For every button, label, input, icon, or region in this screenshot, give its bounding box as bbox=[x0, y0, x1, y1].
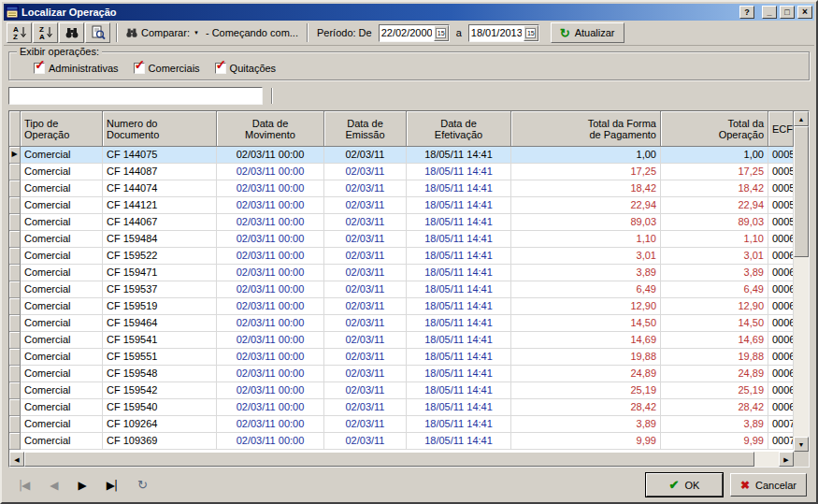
scroll-down-button[interactable]: ▼ bbox=[794, 437, 809, 452]
grid-cell: 02/03/11 00:00 bbox=[217, 147, 324, 164]
grid-cell: 02/03/11 bbox=[324, 315, 407, 332]
column-header[interactable]: ECF bbox=[768, 111, 794, 147]
grid-cell: Comercial bbox=[21, 248, 103, 265]
sort-descending-button[interactable]: Z A bbox=[33, 22, 58, 43]
table-row[interactable]: ComercialCF 15954002/03/11 00:0002/03/11… bbox=[9, 399, 794, 416]
cancel-button[interactable]: ✖ Cancelar bbox=[730, 473, 807, 497]
sort-ascending-button[interactable]: A Z bbox=[7, 22, 32, 43]
grid-cell: 02/03/11 00:00 bbox=[217, 349, 324, 366]
table-row[interactable]: ComercialCF 10936902/03/11 00:0002/03/11… bbox=[9, 433, 794, 450]
vertical-scroll-thumb[interactable] bbox=[794, 126, 809, 257]
find-button[interactable] bbox=[59, 22, 84, 43]
column-header[interactable]: Data de Emissão bbox=[324, 111, 407, 147]
horizontal-scroll-track[interactable] bbox=[754, 452, 779, 467]
grid-cell: 02/03/11 00:00 bbox=[217, 248, 324, 265]
nav-first-button[interactable]: |◀ bbox=[19, 479, 29, 492]
table-row[interactable]: ComercialCF 15953702/03/11 00:0002/03/11… bbox=[9, 281, 794, 298]
scroll-up-button[interactable]: ▲ bbox=[794, 111, 809, 126]
table-row[interactable]: ComercialCF 15954802/03/11 00:0002/03/11… bbox=[9, 366, 794, 382]
table-row[interactable]: ComercialCF 15946402/03/11 00:0002/03/11… bbox=[9, 315, 794, 332]
minimize-button[interactable]: _ bbox=[762, 6, 777, 19]
maximize-button[interactable]: □ bbox=[780, 6, 795, 19]
table-row[interactable]: ComercialCF 15948402/03/11 00:0002/03/11… bbox=[9, 231, 794, 248]
nav-refresh-button[interactable]: ↻ bbox=[137, 478, 148, 492]
column-header[interactable]: Numero do Documento bbox=[103, 111, 217, 147]
table-row[interactable]: ▶ComercialCF 14407502/03/11 00:0002/03/1… bbox=[9, 147, 794, 164]
refresh-icon: ↻ bbox=[560, 27, 570, 39]
row-indicator bbox=[9, 366, 21, 382]
grid-cell: Comercial bbox=[21, 399, 103, 416]
checkbox-quitacoes[interactable]: ✓ Quitações bbox=[215, 63, 277, 74]
column-header[interactable]: Data de Efetivação bbox=[407, 111, 511, 147]
grid-cell: 0007 bbox=[768, 433, 794, 450]
table-row[interactable]: ComercialCF 14407402/03/11 00:0002/03/11… bbox=[9, 180, 794, 197]
checkbox-box[interactable]: ✓ bbox=[134, 63, 145, 74]
nav-last-button[interactable]: ▶| bbox=[107, 479, 117, 492]
vertical-scroll-track[interactable] bbox=[794, 126, 809, 437]
search-input[interactable] bbox=[8, 87, 263, 105]
table-row[interactable]: ComercialCF 14408702/03/11 00:0002/03/11… bbox=[9, 164, 794, 180]
grid-cell: 0005 bbox=[768, 214, 794, 231]
sort-ascending-icon: A Z bbox=[12, 25, 27, 40]
check-icon: ✓ bbox=[35, 58, 46, 71]
row-indicator bbox=[9, 399, 21, 416]
column-header[interactable]: Data de Movimento bbox=[217, 111, 324, 147]
grid-cell: 18/05/11 14:41 bbox=[407, 265, 511, 281]
checkbox-box[interactable]: ✓ bbox=[34, 63, 45, 74]
grid-cell: Comercial bbox=[21, 281, 103, 298]
grid-cell: CF 159548 bbox=[103, 366, 217, 382]
grid-cell: 02/03/11 bbox=[324, 248, 407, 265]
horizontal-scrollbar[interactable]: ◀ ▶ bbox=[9, 452, 794, 467]
close-button[interactable]: × bbox=[797, 6, 812, 19]
column-header[interactable]: Total da Forma de Pagamento bbox=[511, 111, 661, 147]
table-row[interactable]: ComercialCF 15954202/03/11 00:0002/03/11… bbox=[9, 382, 794, 399]
checkbox-administrativas[interactable]: ✓ Administrativas bbox=[34, 63, 119, 74]
date-from-calendar-button[interactable]: 15 bbox=[434, 25, 449, 41]
preview-button[interactable] bbox=[85, 22, 110, 43]
atualizar-button[interactable]: ↻ Atualizar bbox=[551, 22, 624, 43]
comparar-dropdown[interactable]: Comparar: ▼ bbox=[122, 26, 202, 39]
table-row[interactable]: ComercialCF 10926402/03/11 00:0002/03/11… bbox=[9, 416, 794, 433]
column-header-label: Total da Operação bbox=[665, 118, 764, 140]
table-row[interactable]: ComercialCF 14406702/03/11 00:0002/03/11… bbox=[9, 214, 794, 231]
grid-cell: 18/05/11 14:41 bbox=[407, 147, 511, 164]
grid-cell: 12,90 bbox=[511, 298, 661, 315]
scroll-right-button[interactable]: ▶ bbox=[779, 452, 794, 467]
grid-cell: 28,42 bbox=[661, 399, 768, 416]
date-to-input[interactable] bbox=[469, 27, 524, 38]
toolbar-separator bbox=[307, 23, 309, 42]
date-from-input[interactable] bbox=[380, 27, 434, 38]
table-row[interactable]: ComercialCF 15955102/03/11 00:0002/03/11… bbox=[9, 349, 794, 366]
vertical-scrollbar[interactable]: ▲ ▼ bbox=[794, 111, 809, 467]
horizontal-scroll-thumb[interactable] bbox=[24, 452, 754, 467]
check-icon: ✓ bbox=[135, 58, 146, 71]
help-button[interactable]: ? bbox=[739, 6, 754, 19]
grid-cell: 02/03/11 bbox=[324, 180, 407, 197]
column-header-label: ECF bbox=[772, 123, 789, 135]
grid-cell: 02/03/11 00:00 bbox=[217, 164, 324, 180]
date-to-calendar-button[interactable]: 15 bbox=[524, 25, 538, 41]
table-row[interactable]: ComercialCF 15947102/03/11 00:0002/03/11… bbox=[9, 265, 794, 281]
row-indicator bbox=[9, 265, 21, 281]
table-row[interactable]: ComercialCF 15954102/03/11 00:0002/03/11… bbox=[9, 332, 794, 349]
comparar-mode-label: - Começando com... bbox=[206, 27, 298, 38]
ok-button[interactable]: ✔ OK bbox=[646, 473, 723, 497]
column-header[interactable]: Total da Operação bbox=[661, 111, 768, 147]
calendar-icon: 15 bbox=[525, 28, 536, 38]
nav-next-button[interactable]: ▶ bbox=[79, 479, 86, 492]
nav-prior-button[interactable]: ◀ bbox=[50, 479, 57, 492]
grid-cell: 14,50 bbox=[661, 315, 768, 332]
table-row[interactable]: ComercialCF 15951902/03/11 00:0002/03/11… bbox=[9, 298, 794, 315]
grid-cell: 3,89 bbox=[661, 265, 768, 281]
checkbox-comerciais[interactable]: ✓ Comerciais bbox=[134, 63, 200, 74]
table-row[interactable]: ComercialCF 15952202/03/11 00:0002/03/11… bbox=[9, 248, 794, 265]
scroll-left-button[interactable]: ◀ bbox=[9, 452, 24, 467]
indicator-column-header[interactable] bbox=[9, 111, 21, 147]
grid-cell: 02/03/11 00:00 bbox=[217, 197, 324, 214]
column-header[interactable]: Tipo de Operação bbox=[21, 111, 103, 147]
binoculars-icon bbox=[65, 25, 79, 40]
grid-cell: 12,90 bbox=[661, 298, 768, 315]
grid-cell: 3,89 bbox=[511, 265, 661, 281]
checkbox-box[interactable]: ✓ bbox=[215, 63, 226, 74]
table-row[interactable]: ComercialCF 14412102/03/11 00:0002/03/11… bbox=[9, 197, 794, 214]
